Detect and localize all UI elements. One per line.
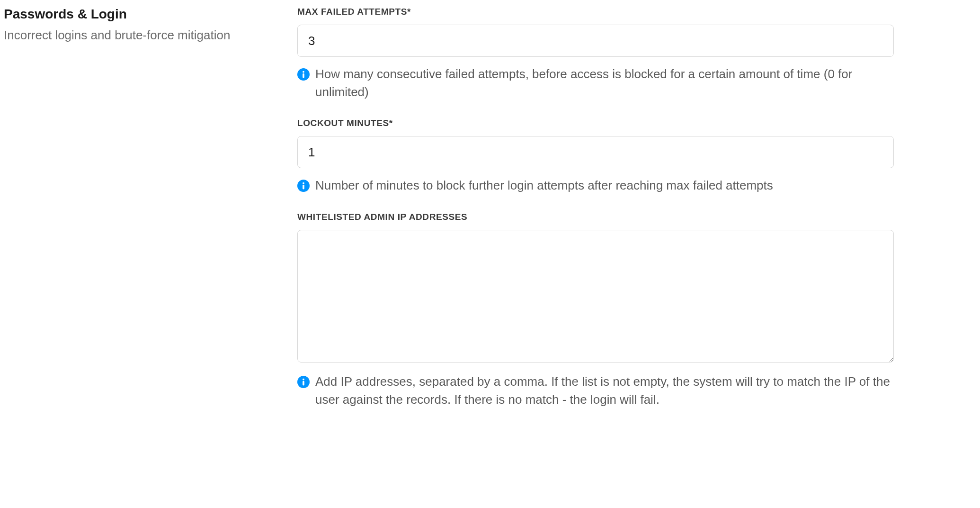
settings-section: Passwords & Login Incorrect logins and b… [4,7,976,408]
form-fields: MAX FAILED ATTEMPTS* How many consecutiv… [297,7,894,408]
svg-rect-8 [303,381,304,386]
lockout-minutes-input[interactable] [297,136,894,168]
svg-point-4 [303,182,304,184]
section-title: Passwords & Login [4,7,278,22]
field-lockout-minutes: LOCKOUT MINUTES* Number of minutes to bl… [297,118,894,195]
info-icon [297,180,310,192]
max-failed-attempts-help: How many consecutive failed attempts, be… [315,65,894,101]
section-header: Passwords & Login Incorrect logins and b… [4,7,278,408]
field-whitelisted-ips: WHITELISTED ADMIN IP ADDRESSES Add IP ad… [297,212,894,408]
field-max-failed-attempts: MAX FAILED ATTEMPTS* How many consecutiv… [297,7,894,101]
whitelisted-ips-label: WHITELISTED ADMIN IP ADDRESSES [297,212,894,222]
whitelisted-ips-textarea[interactable] [297,230,894,363]
max-failed-attempts-input[interactable] [297,25,894,57]
help-row: How many consecutive failed attempts, be… [297,65,894,101]
lockout-minutes-label: LOCKOUT MINUTES* [297,118,894,128]
info-icon [297,68,310,81]
help-row: Number of minutes to block further login… [297,177,894,195]
svg-rect-2 [303,73,304,78]
info-icon [297,376,310,388]
lockout-minutes-help: Number of minutes to block further login… [315,177,773,195]
section-subtitle: Incorrect logins and brute-force mitigat… [4,27,278,44]
help-row: Add IP addresses, separated by a comma. … [297,373,894,408]
svg-rect-5 [303,185,304,190]
svg-point-1 [303,71,304,73]
whitelisted-ips-help: Add IP addresses, separated by a comma. … [315,373,894,408]
svg-point-7 [303,379,304,381]
max-failed-attempts-label: MAX FAILED ATTEMPTS* [297,7,894,17]
